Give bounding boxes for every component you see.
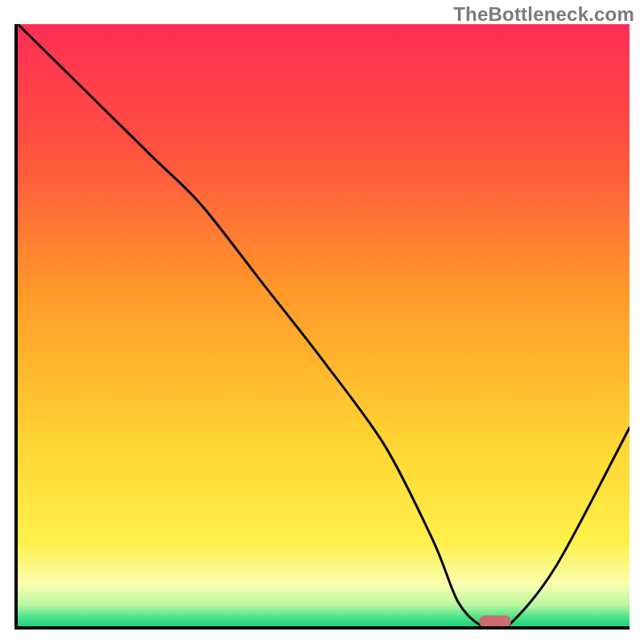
chart-plot-area <box>14 24 630 630</box>
chart-curve <box>18 24 630 626</box>
chart-minimum-marker <box>479 616 511 628</box>
watermark-text: TheBottleneck.com <box>453 3 634 26</box>
